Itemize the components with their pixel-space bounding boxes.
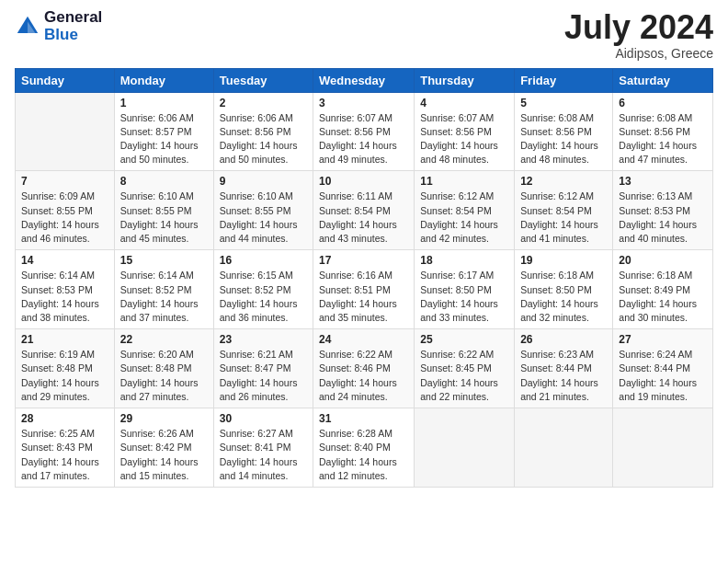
day-number: 23: [220, 333, 307, 346]
day-info: Sunrise: 6:27 AMSunset: 8:41 PMDaylight:…: [220, 427, 307, 483]
day-info: Sunrise: 6:14 AMSunset: 8:53 PMDaylight:…: [21, 269, 108, 325]
day-cell: 31Sunrise: 6:28 AMSunset: 8:40 PMDayligh…: [313, 408, 415, 488]
day-info: Sunrise: 6:25 AMSunset: 8:43 PMDaylight:…: [21, 427, 108, 483]
day-number: 5: [520, 97, 607, 109]
weekday-header-wednesday: Wednesday: [313, 68, 415, 92]
day-number: 8: [120, 175, 208, 188]
day-cell: 25Sunrise: 6:22 AMSunset: 8:45 PMDayligh…: [415, 329, 515, 408]
day-number: 24: [319, 333, 408, 346]
week-row-2: 7Sunrise: 6:09 AMSunset: 8:55 PMDaylight…: [16, 171, 713, 250]
day-number: 17: [319, 254, 408, 267]
day-number: 21: [21, 333, 108, 346]
day-number: 11: [420, 175, 508, 188]
day-number: 6: [619, 97, 707, 109]
day-cell: 21Sunrise: 6:19 AMSunset: 8:48 PMDayligh…: [16, 329, 115, 408]
day-cell: 10Sunrise: 6:11 AMSunset: 8:54 PMDayligh…: [313, 171, 415, 250]
day-number: 27: [619, 333, 707, 346]
day-cell: 11Sunrise: 6:12 AMSunset: 8:54 PMDayligh…: [415, 171, 515, 250]
day-cell: 16Sunrise: 6:15 AMSunset: 8:52 PMDayligh…: [213, 250, 313, 329]
day-info: Sunrise: 6:07 AMSunset: 8:56 PMDaylight:…: [420, 111, 508, 167]
day-cell: 18Sunrise: 6:17 AMSunset: 8:50 PMDayligh…: [415, 250, 515, 329]
day-info: Sunrise: 6:09 AMSunset: 8:55 PMDaylight:…: [21, 190, 108, 246]
week-row-3: 14Sunrise: 6:14 AMSunset: 8:53 PMDayligh…: [16, 250, 713, 329]
day-cell: 23Sunrise: 6:21 AMSunset: 8:47 PMDayligh…: [213, 329, 313, 408]
day-number: 20: [619, 254, 707, 267]
day-info: Sunrise: 6:23 AMSunset: 8:44 PMDaylight:…: [520, 348, 607, 404]
day-info: Sunrise: 6:28 AMSunset: 8:40 PMDaylight:…: [319, 427, 408, 483]
day-cell: 28Sunrise: 6:25 AMSunset: 8:43 PMDayligh…: [16, 408, 115, 488]
day-info: Sunrise: 6:08 AMSunset: 8:56 PMDaylight:…: [520, 111, 607, 167]
day-info: Sunrise: 6:06 AMSunset: 8:57 PMDaylight:…: [120, 111, 208, 167]
day-info: Sunrise: 6:10 AMSunset: 8:55 PMDaylight:…: [220, 190, 307, 246]
day-number: 1: [120, 97, 208, 109]
day-number: 9: [220, 175, 307, 188]
day-number: 28: [21, 412, 108, 425]
day-cell: [515, 408, 613, 488]
day-info: Sunrise: 6:08 AMSunset: 8:56 PMDaylight:…: [619, 111, 707, 167]
day-number: 22: [120, 333, 208, 346]
day-number: 30: [220, 412, 307, 425]
day-number: 2: [220, 97, 307, 109]
day-number: 10: [319, 175, 408, 188]
location-subtitle: Aidipsos, Greece: [564, 46, 713, 61]
day-cell: 13Sunrise: 6:13 AMSunset: 8:53 PMDayligh…: [613, 171, 713, 250]
day-cell: 4Sunrise: 6:07 AMSunset: 8:56 PMDaylight…: [415, 92, 515, 171]
day-cell: 26Sunrise: 6:23 AMSunset: 8:44 PMDayligh…: [515, 329, 613, 408]
weekday-header-friday: Friday: [515, 68, 613, 92]
day-cell: 20Sunrise: 6:18 AMSunset: 8:49 PMDayligh…: [613, 250, 713, 329]
weekday-header-sunday: Sunday: [16, 68, 115, 92]
day-info: Sunrise: 6:22 AMSunset: 8:46 PMDaylight:…: [319, 348, 408, 404]
week-row-1: 1Sunrise: 6:06 AMSunset: 8:57 PMDaylight…: [16, 92, 713, 171]
day-cell: 22Sunrise: 6:20 AMSunset: 8:48 PMDayligh…: [114, 329, 213, 408]
weekday-header-saturday: Saturday: [613, 68, 713, 92]
day-cell: 14Sunrise: 6:14 AMSunset: 8:53 PMDayligh…: [16, 250, 115, 329]
day-cell: 12Sunrise: 6:12 AMSunset: 8:54 PMDayligh…: [515, 171, 613, 250]
day-number: 7: [21, 175, 108, 188]
day-number: 31: [319, 412, 408, 425]
day-info: Sunrise: 6:24 AMSunset: 8:44 PMDaylight:…: [619, 348, 707, 404]
title-block: July 2024 Aidipsos, Greece: [564, 9, 713, 61]
page: General Blue July 2024 Aidipsos, Greece …: [0, 0, 728, 563]
day-info: Sunrise: 6:11 AMSunset: 8:54 PMDaylight:…: [319, 190, 408, 246]
logo-general-label: General: [44, 9, 102, 27]
weekday-header-tuesday: Tuesday: [213, 68, 313, 92]
day-info: Sunrise: 6:12 AMSunset: 8:54 PMDaylight:…: [520, 190, 607, 246]
day-cell: 3Sunrise: 6:07 AMSunset: 8:56 PMDaylight…: [313, 92, 415, 171]
day-number: 3: [319, 97, 408, 109]
day-info: Sunrise: 6:19 AMSunset: 8:48 PMDaylight:…: [21, 348, 108, 404]
day-cell: 8Sunrise: 6:10 AMSunset: 8:55 PMDaylight…: [114, 171, 213, 250]
day-number: 16: [220, 254, 307, 267]
day-cell: [613, 408, 713, 488]
weekday-header-thursday: Thursday: [415, 68, 515, 92]
day-cell: 29Sunrise: 6:26 AMSunset: 8:42 PMDayligh…: [114, 408, 213, 488]
day-cell: 5Sunrise: 6:08 AMSunset: 8:56 PMDaylight…: [515, 92, 613, 171]
day-info: Sunrise: 6:06 AMSunset: 8:56 PMDaylight:…: [220, 111, 307, 167]
logo-text: General Blue: [44, 9, 102, 43]
day-info: Sunrise: 6:18 AMSunset: 8:49 PMDaylight:…: [619, 269, 707, 325]
day-info: Sunrise: 6:17 AMSunset: 8:50 PMDaylight:…: [420, 269, 508, 325]
day-cell: 7Sunrise: 6:09 AMSunset: 8:55 PMDaylight…: [16, 171, 115, 250]
logo-blue-label: Blue: [44, 27, 102, 44]
day-info: Sunrise: 6:12 AMSunset: 8:54 PMDaylight:…: [420, 190, 508, 246]
day-info: Sunrise: 6:20 AMSunset: 8:48 PMDaylight:…: [120, 348, 208, 404]
day-number: 25: [420, 333, 508, 346]
weekday-header-monday: Monday: [114, 68, 213, 92]
day-cell: 2Sunrise: 6:06 AMSunset: 8:56 PMDaylight…: [213, 92, 313, 171]
day-info: Sunrise: 6:13 AMSunset: 8:53 PMDaylight:…: [619, 190, 707, 246]
day-cell: 27Sunrise: 6:24 AMSunset: 8:44 PMDayligh…: [613, 329, 713, 408]
weekday-header-row: SundayMondayTuesdayWednesdayThursdayFrid…: [16, 68, 713, 92]
day-number: 19: [520, 254, 607, 267]
week-row-5: 28Sunrise: 6:25 AMSunset: 8:43 PMDayligh…: [16, 408, 713, 488]
day-cell: [16, 92, 115, 171]
day-info: Sunrise: 6:26 AMSunset: 8:42 PMDaylight:…: [120, 427, 208, 483]
header: General Blue July 2024 Aidipsos, Greece: [15, 9, 713, 61]
day-info: Sunrise: 6:14 AMSunset: 8:52 PMDaylight:…: [120, 269, 208, 325]
day-cell: 6Sunrise: 6:08 AMSunset: 8:56 PMDaylight…: [613, 92, 713, 171]
day-cell: [415, 408, 515, 488]
day-number: 14: [21, 254, 108, 267]
day-info: Sunrise: 6:18 AMSunset: 8:50 PMDaylight:…: [520, 269, 607, 325]
day-cell: 30Sunrise: 6:27 AMSunset: 8:41 PMDayligh…: [213, 408, 313, 488]
calendar-table: SundayMondayTuesdayWednesdayThursdayFrid…: [15, 68, 713, 488]
day-info: Sunrise: 6:21 AMSunset: 8:47 PMDaylight:…: [220, 348, 307, 404]
day-info: Sunrise: 6:22 AMSunset: 8:45 PMDaylight:…: [420, 348, 508, 404]
